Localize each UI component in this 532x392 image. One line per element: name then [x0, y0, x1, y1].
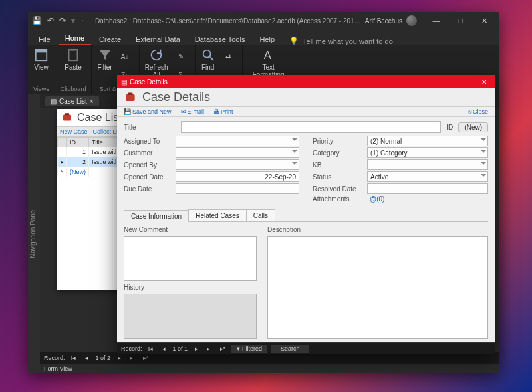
record-label: Record: — [44, 355, 65, 361]
filter-icon: ▾ — [237, 345, 240, 352]
notes-area: New Comment History Description — [124, 226, 488, 339]
record-last-icon[interactable]: ▸I — [205, 345, 214, 352]
status-combo[interactable]: Active — [367, 171, 488, 182]
window-title: Database2 : Database- C:\Users\arifb\Doc… — [95, 17, 361, 25]
category-label: Category — [313, 149, 367, 157]
case-details-window: ▤ Case Details ✕ Case Details 💾Save and … — [117, 75, 495, 354]
assigned-to-label: Assigned To — [124, 138, 176, 145]
save-and-new-link[interactable]: 💾Save and New — [124, 108, 172, 115]
search-box[interactable]: Search — [271, 345, 309, 353]
record-next-icon[interactable]: ▸ — [192, 345, 201, 352]
print-link[interactable]: 🖶Print — [213, 108, 233, 115]
ribbon-group-views: View Views — [28, 45, 55, 94]
title-row: Title ID (New) — [124, 121, 488, 133]
redo-icon[interactable]: ↷ — [59, 16, 66, 25]
title-label: Title — [124, 124, 176, 131]
record-prev-icon[interactable]: ◂ — [160, 345, 169, 352]
case-details-close-button[interactable]: ✕ — [477, 78, 491, 86]
tab-case-information[interactable]: Case Information — [124, 210, 189, 222]
category-combo[interactable]: (1) Category — [367, 147, 488, 158]
tab-help[interactable]: Help — [253, 33, 281, 45]
sort-asc-icon[interactable]: A↓ — [116, 48, 134, 65]
record-new-icon[interactable]: ▸* — [218, 345, 227, 352]
paste-icon — [66, 48, 80, 62]
refresh-button[interactable]: Refresh All — [145, 48, 168, 78]
user-area[interactable]: Arif Bacchus — [365, 15, 417, 26]
form-tab-label: Case List — [59, 98, 87, 105]
attachments-value[interactable]: @(0) — [367, 195, 488, 203]
undo-icon[interactable]: ↶ — [47, 16, 54, 25]
view-button[interactable]: View — [34, 48, 49, 71]
svg-point-4 — [203, 50, 210, 58]
opened-by-combo[interactable] — [176, 159, 299, 170]
priority-label: Priority — [313, 138, 367, 145]
close-link[interactable]: ⎋Close — [468, 108, 488, 115]
new-record-icon[interactable]: ✎ — [172, 48, 190, 65]
resolved-date-input[interactable] — [367, 183, 488, 194]
opened-date-input[interactable]: 22-Sep-20 — [176, 171, 299, 182]
view-label: View — [34, 64, 49, 71]
form-tab-close-icon[interactable]: × — [90, 98, 94, 105]
maximize-button[interactable]: □ — [449, 13, 471, 28]
record-new-icon[interactable]: ▸* — [141, 355, 150, 361]
description-textarea[interactable] — [267, 236, 488, 339]
kb-combo[interactable] — [367, 159, 488, 170]
ribbon-group-clipboard: Paste Clipboard — [55, 45, 92, 94]
col-id[interactable]: ID — [67, 138, 89, 147]
status-label: Status — [313, 173, 367, 181]
find-button[interactable]: Find — [201, 48, 215, 71]
svg-rect-2 — [69, 50, 78, 61]
record-first-icon[interactable]: I◂ — [69, 355, 78, 361]
tab-calls[interactable]: Calls — [246, 209, 275, 221]
record-first-icon[interactable]: I◂ — [146, 345, 156, 352]
lightbulb-icon: 💡 — [289, 37, 299, 45]
form-tab-caselist[interactable]: ▤ Case List × — [45, 96, 99, 106]
record-prev-icon[interactable]: ◂ — [82, 355, 92, 361]
record-last-icon[interactable]: ▸I — [128, 355, 137, 361]
save-icon[interactable]: 💾 — [32, 16, 42, 25]
email-link[interactable]: ✉E-mail — [181, 108, 205, 115]
opened-by-label: Opened By — [124, 161, 176, 169]
history-textarea[interactable] — [124, 294, 257, 339]
text-a-icon: A — [261, 48, 276, 62]
views-group-label: Views — [33, 86, 49, 92]
tab-home[interactable]: Home — [59, 31, 91, 45]
case-tabs: Case Information Related Cases Calls — [124, 209, 488, 222]
assigned-to-combo[interactable] — [176, 136, 299, 146]
tell-me-label: Tell me what you want to do — [303, 37, 393, 45]
tab-external-data[interactable]: External Data — [129, 33, 187, 45]
new-comment-textarea[interactable] — [124, 236, 257, 281]
qat-overflow-icon[interactable]: ▾ — [71, 16, 75, 25]
tab-file[interactable]: File — [32, 33, 57, 45]
text-formatting-button[interactable]: A Text Formatting — [253, 48, 285, 78]
paste-button[interactable]: Paste — [65, 48, 82, 71]
print-icon: 🖶 — [213, 108, 219, 115]
customer-combo[interactable] — [176, 147, 299, 158]
minimize-button[interactable]: — — [425, 13, 448, 28]
tab-create[interactable]: Create — [92, 33, 128, 45]
case-record-navigator: Record: I◂ ◂ 1 of 1 ▸ ▸I ▸* ▾Filtered Se… — [117, 342, 495, 354]
close-button[interactable]: ✕ — [473, 13, 495, 28]
navigation-pane-collapsed[interactable]: Navigation Pane — [28, 94, 40, 373]
form-tab-icon: ▤ — [51, 98, 57, 105]
tab-related-cases[interactable]: Related Cases — [188, 209, 247, 221]
caselist-newcase-link[interactable]: New Case — [60, 128, 88, 135]
case-details-titlebar[interactable]: ▤ Case Details ✕ — [117, 75, 495, 88]
resolved-date-label: Resolved Date — [313, 185, 367, 193]
tab-database-tools[interactable]: Database Tools — [188, 33, 252, 45]
filter-icon — [98, 48, 112, 62]
kb-label: KB — [313, 161, 367, 169]
filter-button[interactable]: Filter — [97, 48, 112, 71]
svg-rect-1 — [36, 50, 47, 53]
title-input[interactable] — [181, 121, 441, 133]
case-details-title-icon: ▤ — [121, 78, 127, 86]
replace-icon[interactable]: ⇄ — [219, 48, 237, 65]
tell-me-search[interactable]: 💡 Tell me what you want to do — [289, 37, 393, 45]
case-header-icon — [124, 91, 137, 104]
priority-combo[interactable]: (2) Normal — [367, 136, 488, 146]
ribbon-tabs: File Home Create External Data Database … — [28, 29, 499, 45]
filtered-indicator[interactable]: ▾Filtered — [231, 345, 267, 353]
due-date-input[interactable] — [176, 183, 299, 194]
record-next-icon[interactable]: ▸ — [114, 355, 124, 361]
qat-more[interactable]: ･ — [80, 16, 84, 25]
